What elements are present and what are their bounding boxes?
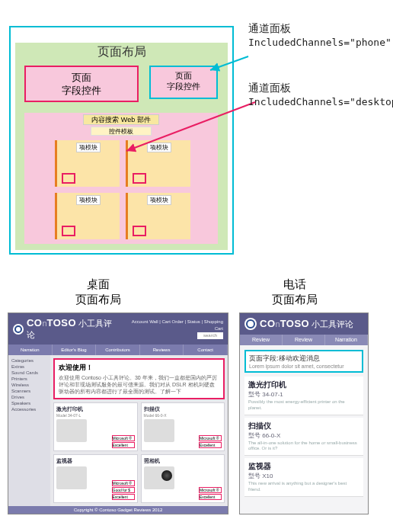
item-template: 项模块 xyxy=(55,193,120,239)
layout-diagram: 页面布局 页面 字段控件 页面 字段控件 内容搜索 Web 部件 控件模板 项模… xyxy=(0,0,393,263)
highlight-box xyxy=(62,173,75,184)
item-template: 项模块 xyxy=(126,193,190,239)
sidebar-item[interactable]: Categories xyxy=(11,357,47,364)
nav-item[interactable]: Contact xyxy=(184,345,228,355)
rating-tag: Excellent xyxy=(112,494,135,500)
site-footer: Copyright © Contoso Gadget Reviews 2012 xyxy=(8,506,228,514)
welcome-title: 页面字段:移动欢迎消息 xyxy=(249,354,359,364)
product-name: 监视器 xyxy=(248,461,359,472)
product-name: 扫描仪 xyxy=(248,421,359,431)
nav-item[interactable]: Narration xyxy=(8,345,53,355)
product-name: 照相机 xyxy=(144,457,222,465)
product-name: 监视器 xyxy=(56,457,135,465)
sidebar-item[interactable]: Scanners xyxy=(11,388,47,394)
sidebar-item[interactable]: Drives xyxy=(11,394,47,400)
preview-section: 桌面 页面布局 电话 页面布局 COnTOSO 小工具评论 Account Wa… xyxy=(0,263,393,528)
product-model: Model 34-07-L xyxy=(56,413,135,418)
product-desc: This new arrival is anything but a desig… xyxy=(248,481,359,493)
product-image xyxy=(56,466,87,489)
welcome-panel: 欢迎使用！ 欢迎使用 Contoso 小工具评论。30 年来，我们一直都是国内的… xyxy=(53,358,225,399)
product-model: 型号 34-07-1 xyxy=(248,390,359,399)
phone-preview-title: 电话 页面布局 xyxy=(272,277,318,306)
product-grid: 激光打印机Model 34-07-LMicrosoft ®Excellent扫描… xyxy=(53,402,225,503)
product-card[interactable]: 照相机Microsoft ®Excellent xyxy=(141,454,225,503)
site-header: COnTOSO 小工具评论 Account Wall | Cart Order … xyxy=(8,313,228,345)
rating-tag: Excellent xyxy=(112,442,135,448)
nav-item[interactable]: Review xyxy=(240,335,283,345)
welcome-body: 欢迎使用 Contoso 小工具评论。30 年来，我们一直都是国内的严厉评论和非… xyxy=(59,374,219,395)
main-nav[interactable]: ReviewReviewNarration xyxy=(240,335,368,345)
desktop-preview: COnTOSO 小工具评论 Account Wall | Cart Order … xyxy=(8,312,228,514)
category-sidebar[interactable]: CategoriesExtrasSound CardsPrintersWirel… xyxy=(8,355,50,506)
highlight-box xyxy=(133,173,146,184)
welcome-title: 欢迎使用！ xyxy=(59,363,219,373)
welcome-sub: Lorem ipsum dolor sit amet, consectetur xyxy=(249,364,359,369)
highlight-box xyxy=(133,226,146,236)
annotation-phone-channel: 通道面板 IncludedChannels="phone" xyxy=(248,21,393,49)
svg-line-0 xyxy=(210,56,248,70)
nav-item[interactable]: Reviews xyxy=(140,345,184,355)
rating-tag: Excellent xyxy=(199,442,222,448)
product-name: 激光打印机 xyxy=(56,405,135,413)
sidebar-item[interactable]: Accessories xyxy=(11,406,47,412)
product-image xyxy=(144,466,174,489)
product-list-item[interactable]: 激光打印机型号 34-07-1Possibly the most energy-… xyxy=(244,377,363,415)
product-card[interactable]: 扫描仪Model 66-0-XMicrosoft ®Excellent xyxy=(141,402,225,451)
product-desc: Possibly the most energy-efficient print… xyxy=(248,399,359,412)
page-layout-title: 页面布局 xyxy=(15,44,228,60)
logo-icon xyxy=(244,318,257,330)
highlight-box xyxy=(62,226,75,236)
product-list: 激光打印机型号 34-07-1Possibly the most energy-… xyxy=(244,377,363,497)
product-list-item[interactable]: 监视器型号 X10This new arrival is anything bu… xyxy=(244,458,363,497)
rating-tag: Microsoft ® xyxy=(199,487,222,493)
desktop-preview-title: 桌面 页面布局 xyxy=(75,277,121,306)
product-desc: The all-in-one solution for the home or … xyxy=(248,441,359,453)
product-model: 型号 X10 xyxy=(248,472,359,480)
svg-line-1 xyxy=(126,102,255,151)
product-model: 型号 66-0-X xyxy=(248,431,359,440)
sidebar-item[interactable]: Printers xyxy=(11,376,47,382)
rating-tag: Microsoft ® xyxy=(199,435,222,441)
sidebar-item[interactable]: Extras xyxy=(11,364,47,370)
item-template: 项模块 xyxy=(55,140,120,187)
arrow-desktop xyxy=(122,99,259,160)
rating-tag: Good for $ xyxy=(112,487,135,493)
site-brand: COnTOSO 小工具评论 xyxy=(27,317,120,341)
product-card[interactable]: 监视器Microsoft ®Good for $Excellent xyxy=(53,454,138,503)
sidebar-item[interactable]: Wireless xyxy=(11,382,47,388)
phone-preview: COnTOSO 小工具评论 ReviewReviewNarration 页面字段… xyxy=(239,312,369,514)
product-image xyxy=(144,419,174,442)
product-card[interactable]: 激光打印机Model 34-07-LMicrosoft ®Excellent xyxy=(53,402,138,451)
product-list-item[interactable]: 扫描仪型号 66-0-XThe all-in-one solution for … xyxy=(244,418,363,457)
page-field-control-desktop: 页面 字段控件 xyxy=(24,66,139,102)
site-header: COnTOSO 小工具评论 xyxy=(240,313,368,335)
nav-item[interactable]: Contributors xyxy=(96,345,140,355)
rating-tag: Excellent xyxy=(199,494,222,500)
rating-tag: Microsoft ® xyxy=(112,435,135,441)
site-brand: COnTOSO 小工具评论 xyxy=(260,318,353,330)
product-name: 激光打印机 xyxy=(248,380,359,390)
sidebar-item[interactable]: Speakers xyxy=(11,400,47,406)
product-image xyxy=(56,419,87,442)
product-model: Model 66-0-X xyxy=(144,413,222,418)
annotation-desktop-channel: 通道面板 IncludedChannels="desktop" xyxy=(248,81,393,108)
product-name: 扫描仪 xyxy=(144,405,222,413)
nav-item[interactable]: Editor's Blog xyxy=(53,345,97,355)
main-nav[interactable]: NarrationEditor's BlogContributorsReview… xyxy=(8,345,228,355)
nav-item[interactable]: Review xyxy=(283,335,325,345)
mobile-welcome-field: 页面字段:移动欢迎消息 Lorem ipsum dolor sit amet, … xyxy=(244,350,363,373)
logo-icon xyxy=(13,324,24,335)
rating-tag: Microsoft ® xyxy=(112,480,135,486)
nav-item[interactable]: Narration xyxy=(325,335,368,345)
header-links[interactable]: Account Wall | Cart Order | Status | Sho… xyxy=(123,319,223,339)
arrow-phone xyxy=(206,53,251,78)
sidebar-item[interactable]: Sound Cards xyxy=(11,370,47,376)
